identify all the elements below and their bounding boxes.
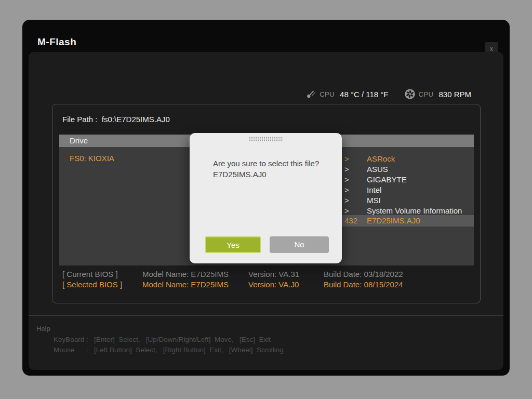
cpu-temp-label: CPU: [320, 90, 335, 98]
file-name: ASRock: [367, 154, 395, 163]
file-name: Intel: [367, 185, 381, 194]
file-name: E7D25IMS.AJ0: [367, 216, 420, 225]
selected-bios-label: [ Selected BIOS ]: [62, 280, 122, 289]
file-path: File Path : fs0:\E7D25IMS.AJ0: [62, 115, 170, 124]
file-size: >: [344, 185, 349, 194]
thermometer-icon: [305, 88, 316, 100]
current-bios-model: Model Name: E7D25IMS: [142, 270, 229, 278]
file-name: ASUS: [367, 165, 388, 174]
file-size: >: [344, 196, 349, 205]
current-bios-row: [ Current BIOS ] Model Name: E7D25IMS Ve…: [52, 270, 480, 279]
selected-bios-row: [ Selected BIOS ] Model Name: E7D25IMS V…: [52, 280, 480, 289]
selected-bios-model: Model Name: E7D25IMS: [142, 280, 229, 289]
file-size: >: [344, 175, 349, 184]
file-size: >: [344, 165, 349, 174]
mflash-window: M-Flash x CPU 48 °C / 118 °F: [22, 20, 510, 376]
cpu-temp-value: 48 °C / 118 °F: [340, 90, 388, 99]
confirm-dialog: Are you sure to select this file? E7D25I…: [190, 133, 342, 263]
yes-button[interactable]: Yes: [205, 236, 261, 253]
selected-bios-build: Build Date: 08/15/2024: [324, 280, 403, 289]
drive-header-label: Drive: [70, 136, 88, 145]
no-button[interactable]: No: [270, 236, 329, 253]
dialog-filename: E7D25IMS.AJ0: [213, 170, 267, 179]
fan-icon: [404, 88, 416, 100]
file-size: >: [344, 206, 349, 215]
help-divider: [29, 315, 503, 316]
help-keyboard: KeyBoard : [Enter] Select, [Up/Down/Righ…: [54, 336, 271, 343]
page-title: M-Flash: [37, 36, 76, 48]
cpu-fan-value: 830 RPM: [438, 90, 471, 99]
dialog-message: Are you sure to select this file?: [213, 159, 319, 168]
file-name: MSI: [367, 196, 381, 205]
file-size: >: [344, 154, 349, 163]
current-bios-version: Version: VA.31: [248, 270, 299, 278]
help-title: Help: [36, 325, 50, 332]
file-size: 432: [344, 216, 357, 225]
help-mouse: Mouse : [Left Button] Select, [Right But…: [54, 346, 284, 354]
current-bios-build: Build Date: 03/18/2022: [324, 270, 403, 278]
dialog-drag-handle[interactable]: [249, 137, 283, 141]
hardware-status: CPU 48 °C / 118 °F CPU 830 RPM: [305, 87, 471, 101]
file-name: GIGABYTE: [367, 175, 407, 184]
selected-bios-version: Version: VA.J0: [248, 280, 299, 289]
current-bios-label: [ Current BIOS ]: [62, 270, 118, 278]
file-name: System Volume Information: [367, 206, 462, 215]
cpu-fan-label: CPU: [419, 90, 434, 98]
